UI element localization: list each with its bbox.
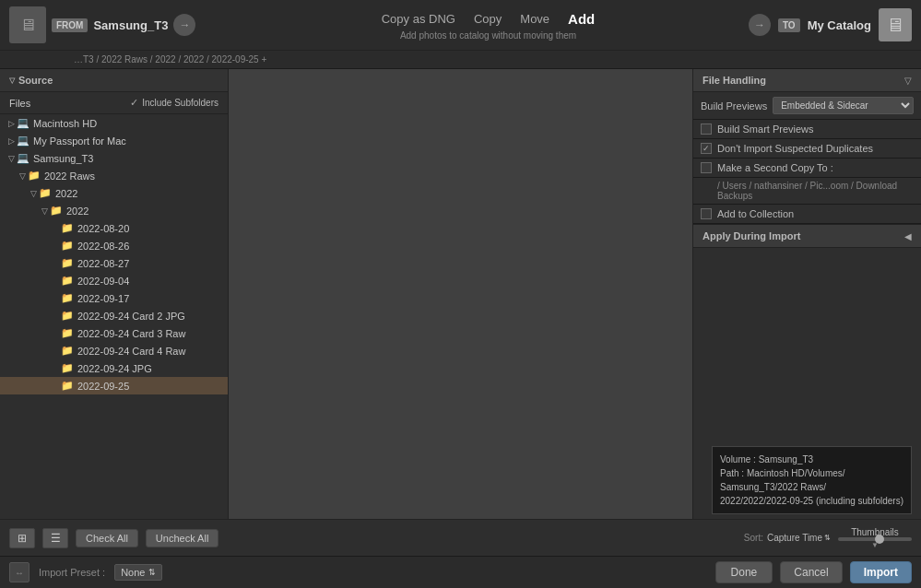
photo-grid xyxy=(229,69,692,519)
file-handling-header: File Handling ▽ xyxy=(693,69,921,92)
sort-value-text: Capture Time xyxy=(767,533,822,543)
grid-view-button[interactable]: ⊞ xyxy=(9,528,35,548)
sidebar-item-0924jpg[interactable]: 📁 2022-09-24 JPG xyxy=(0,359,228,377)
tooltip-box: Volume : Samsung_T3 Path : Macintosh HD/… xyxy=(712,446,912,514)
sidebar-item-2022-b[interactable]: ▽ 📁 2022 xyxy=(0,202,228,219)
build-smart-previews-label: Build Smart Previews xyxy=(717,123,814,135)
toggle-my-passport[interactable]: ▷ xyxy=(6,136,17,146)
tooltip-path2: Samsung_T3/2022 Raws/ xyxy=(720,480,903,494)
catalog-name: My Catalog xyxy=(808,18,871,32)
add-button[interactable]: Add xyxy=(564,9,598,29)
source-thumbnail: 🖥 xyxy=(9,6,46,43)
include-subfolders-checkbox[interactable]: ✓ Include Subfolders xyxy=(130,97,218,109)
files-row: Files ✓ Include Subfolders xyxy=(0,92,228,114)
build-smart-previews-row: Build Smart Previews xyxy=(693,120,921,139)
sidebar-item-2022-raws[interactable]: ▽ 📁 2022 Raws xyxy=(0,167,228,184)
sidebar-item-samsung-t3[interactable]: ▽ 💻 Samsung_T3 xyxy=(0,149,228,167)
tooltip-path1: Path : Macintosh HD/Volumes/ xyxy=(720,466,903,480)
thumbnail-slider-container: Thumbnails ▼ xyxy=(838,527,912,549)
toggle-2022-b[interactable]: ▽ xyxy=(39,206,50,216)
sidebar-item-2022-08-26[interactable]: 📁 2022-08-26 xyxy=(0,237,228,254)
add-to-collection-checkbox[interactable] xyxy=(701,208,712,219)
sidebar-item-card4[interactable]: 📁 2022-09-24 Card 4 Raw xyxy=(0,342,228,359)
from-badge: FROM xyxy=(52,18,88,32)
copy-button[interactable]: Copy xyxy=(470,10,505,28)
toggle-2022-a[interactable]: ▽ xyxy=(28,189,39,198)
toggle-2022-raws[interactable]: ▽ xyxy=(17,171,28,181)
toggle-samsung-t3[interactable]: ▽ xyxy=(6,154,17,163)
build-previews-select[interactable]: Embedded & Sidecar xyxy=(773,97,914,114)
build-previews-row: Build Previews Embedded & Sidecar xyxy=(693,92,921,120)
add-to-collection-row: Add to Collection xyxy=(693,205,921,224)
sidebar-item-2022-09-04[interactable]: 📁 2022-09-04 xyxy=(0,272,228,289)
sort-value[interactable]: Capture Time ⇅ xyxy=(767,533,831,543)
top-bar-right: → TO My Catalog 🖥 xyxy=(727,8,912,41)
check-all-button[interactable]: Check All xyxy=(76,529,138,547)
folder-icon-0925: 📁 xyxy=(61,380,74,392)
folder-icon-0820: 📁 xyxy=(61,222,74,234)
folder-icon-0917: 📁 xyxy=(61,292,74,304)
sidebar-item-2022-a[interactable]: ▽ 📁 2022 xyxy=(0,184,228,202)
sidebar-item-2022-08-27[interactable]: 📁 2022-08-27 xyxy=(0,254,228,272)
folder-icon-2022-a: 📁 xyxy=(39,187,52,199)
folder-icon-card3: 📁 xyxy=(61,327,74,339)
build-smart-previews-checkbox[interactable] xyxy=(701,123,712,135)
make-second-copy-row: Make a Second Copy To : xyxy=(693,159,921,178)
copy-as-dng-button[interactable]: Copy as DNG xyxy=(378,10,459,28)
sidebar-item-card2[interactable]: 📁 2022-09-24 Card 2 JPG xyxy=(0,307,228,324)
build-previews-label: Build Previews xyxy=(701,100,767,112)
expand-button[interactable]: ↔ xyxy=(9,562,30,582)
preset-value: None xyxy=(121,567,145,578)
import-preset-select[interactable]: None ⇅ xyxy=(114,564,162,581)
list-view-button[interactable]: ☰ xyxy=(42,528,68,548)
card4-label: 2022-09-24 Card 4 Raw xyxy=(77,346,185,357)
done-button[interactable]: Done xyxy=(715,561,773,583)
macintosh-hd-label: Macintosh HD xyxy=(33,118,97,129)
action-subtitle: Add photos to catalog without moving the… xyxy=(400,30,576,41)
include-check-icon: ✓ xyxy=(130,97,138,109)
sidebar-item-macintosh-hd[interactable]: ▷ 💻 Macintosh HD xyxy=(0,114,228,132)
sidebar-item-0925[interactable]: 📁 2022-09-25 xyxy=(0,377,228,394)
breadcrumb-bar: …T3 / 2022 Raws / 2022 / 2022 / 2022-09-… xyxy=(0,51,921,69)
2022-08-26-label: 2022-08-26 xyxy=(77,241,129,252)
import-button[interactable]: Import xyxy=(850,561,912,583)
thumbnail-slider[interactable] xyxy=(838,537,912,541)
folder-icon-2022-b: 📁 xyxy=(50,205,63,217)
tooltip-volume: Volume : Samsung_T3 xyxy=(720,453,903,466)
make-second-copy-label: Make a Second Copy To : xyxy=(717,162,833,173)
cancel-button[interactable]: Cancel xyxy=(780,561,842,583)
drive-icon-passport: 💻 xyxy=(17,135,30,147)
sidebar-item-my-passport[interactable]: ▷ 💻 My Passport for Mac xyxy=(0,132,228,149)
apply-during-import-section: Apply During Import ◀ xyxy=(693,224,921,248)
2022-09-17-label: 2022-09-17 xyxy=(77,293,129,304)
folder-icon-0924jpg: 📁 xyxy=(61,362,74,374)
dont-import-checkbox[interactable] xyxy=(701,143,712,154)
toggle-macintosh-hd[interactable]: ▷ xyxy=(6,119,17,128)
source-name: Samsung_T3 xyxy=(93,18,168,32)
2022-08-20-label: 2022-08-20 xyxy=(77,223,129,234)
footer-buttons: Done Cancel Import xyxy=(715,561,912,583)
apply-during-import-title: Apply During Import xyxy=(703,230,800,241)
move-button[interactable]: Move xyxy=(516,10,553,28)
samsung-t3-label: Samsung_T3 xyxy=(33,153,93,164)
thumbnails-label: Thumbnails xyxy=(851,527,899,537)
make-second-copy-checkbox[interactable] xyxy=(701,162,712,173)
apply-during-import-collapse[interactable]: ◀ xyxy=(904,231,912,241)
source-triangle[interactable]: ▽ xyxy=(9,76,15,85)
include-subfolders-label: Include Subfolders xyxy=(142,98,218,108)
sidebar-item-2022-09-17[interactable]: 📁 2022-09-17 xyxy=(0,289,228,307)
uncheck-all-button[interactable]: Uncheck All xyxy=(146,529,218,547)
sidebar-item-2022-08-20[interactable]: 📁 2022-08-20 xyxy=(0,219,228,237)
sidebar-item-card3[interactable]: 📁 2022-09-24 Card 3 Raw xyxy=(0,324,228,342)
2022-raws-label: 2022 Raws xyxy=(44,171,95,182)
bottom-toolbar: ⊞ ☰ Check All Uncheck All Sort: Capture … xyxy=(0,519,921,556)
files-label: Files xyxy=(9,98,30,109)
folder-icon-card2: 📁 xyxy=(61,310,74,322)
nav-arrow-right[interactable]: → xyxy=(173,14,195,36)
nav-arrow-catalog[interactable]: → xyxy=(749,14,771,36)
2022-b-label: 2022 xyxy=(66,206,89,217)
folder-icon-0826: 📁 xyxy=(61,240,74,252)
dont-import-row: Don't Import Suspected Duplicates xyxy=(693,139,921,159)
file-handling-collapse[interactable]: ▽ xyxy=(904,76,912,86)
top-bar-center: Copy as DNG Copy Move Add Add photos to … xyxy=(254,9,722,41)
